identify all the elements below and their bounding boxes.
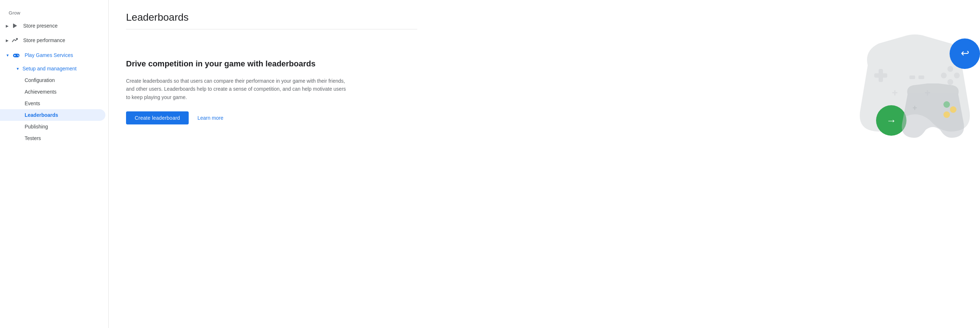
sidebar-leaderboards-label: Leaderboards <box>25 112 58 118</box>
sidebar-item-play-games-label: Play Games Services <box>25 52 73 58</box>
gamepad-icon <box>12 51 20 59</box>
chevron-right-icon: ▶ <box>6 24 9 28</box>
svg-rect-3 <box>14 55 16 56</box>
svg-point-23 <box>943 111 950 118</box>
sidebar-testers-label: Testers <box>25 135 41 141</box>
sidebar-item-store-presence[interactable]: ▶ Store presence <box>0 19 105 33</box>
sidebar-item-configuration[interactable]: Configuration <box>0 74 105 86</box>
hero-description: Create leaderboards so that users can co… <box>126 77 350 101</box>
hero-section: Drive competition in your game with lead… <box>126 58 417 125</box>
sidebar-item-achievements[interactable]: Achievements <box>0 86 105 98</box>
svg-point-5 <box>18 56 19 56</box>
chevron-down-icon-2: ▼ <box>16 67 19 71</box>
sidebar-item-testers[interactable]: Testers <box>0 133 105 144</box>
hero-actions: Create leaderboard Learn more <box>126 111 361 125</box>
game-controller-illustration: + + ↩ → + <box>857 22 980 160</box>
svg-point-22 <box>950 106 956 113</box>
sidebar-item-play-games-services[interactable]: ▼ Play Games Services <box>0 48 105 63</box>
illustration-area: + + ↩ → + <box>857 22 980 160</box>
sidebar-setup-management-label: Setup and management <box>22 66 76 72</box>
chevron-down-icon: ▼ <box>6 53 10 57</box>
hero-text: Drive competition in your game with lead… <box>126 58 361 125</box>
svg-rect-13 <box>918 75 924 79</box>
play-icon <box>11 22 19 29</box>
sidebar-achievements-label: Achievements <box>25 89 57 95</box>
create-leaderboard-button[interactable]: Create leaderboard <box>126 111 189 125</box>
chevron-right-icon-2: ▶ <box>6 38 9 42</box>
svg-point-9 <box>947 66 953 72</box>
svg-text:↩: ↩ <box>961 48 969 59</box>
svg-rect-12 <box>909 75 915 79</box>
trend-icon <box>11 37 19 44</box>
sidebar-item-events[interactable]: Events <box>0 98 105 109</box>
svg-point-4 <box>18 55 18 56</box>
page-title: Leaderboards <box>126 11 417 23</box>
svg-text:→: → <box>886 115 896 126</box>
sidebar: Grow ▶ Store presence ▶ Store performanc… <box>0 0 109 328</box>
svg-text:+: + <box>913 103 917 112</box>
sidebar-item-leaderboards[interactable]: Leaderboards <box>0 109 105 121</box>
sidebar-item-store-presence-label: Store presence <box>23 23 57 29</box>
sidebar-publishing-label: Publishing <box>25 124 48 130</box>
grow-section-label: Grow <box>0 7 108 19</box>
sidebar-events-label: Events <box>25 101 40 106</box>
svg-point-11 <box>954 72 960 78</box>
svg-text:+: + <box>892 87 898 98</box>
svg-rect-7 <box>874 73 887 78</box>
svg-point-10 <box>947 79 953 85</box>
sidebar-item-store-performance[interactable]: ▶ Store performance <box>0 33 105 48</box>
sidebar-configuration-label: Configuration <box>25 77 55 83</box>
svg-point-21 <box>943 101 950 108</box>
main-content-area: Leaderboards Drive competition in your g… <box>109 0 980 328</box>
sidebar-item-store-performance-label: Store performance <box>23 37 65 43</box>
title-divider <box>126 29 417 29</box>
learn-more-link[interactable]: Learn more <box>197 115 223 121</box>
sidebar-item-publishing[interactable]: Publishing <box>0 121 105 133</box>
svg-rect-0 <box>13 24 14 28</box>
svg-point-8 <box>941 72 947 78</box>
hero-title: Drive competition in your game with lead… <box>126 58 361 70</box>
sidebar-item-setup-management[interactable]: ▼ Setup and management <box>0 63 105 74</box>
